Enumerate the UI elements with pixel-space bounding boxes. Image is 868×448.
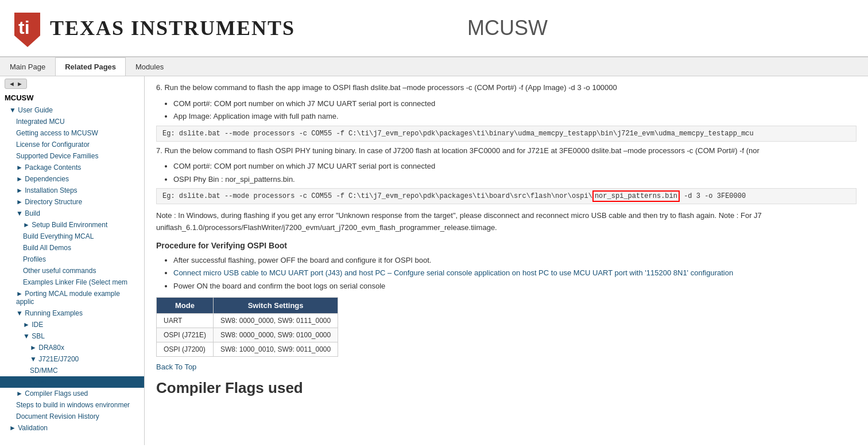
table-cell-switch-1: SW8: 0000_0000, SW9: 0100_0000	[214, 328, 338, 342]
sidebar: ◄ ► MCUSW ▼ User Guide Integrated MCU Ge…	[0, 76, 145, 445]
sidebar-item-running-examples[interactable]: ▼ Running Examples	[0, 307, 144, 319]
tab-modules[interactable]: Modules	[126, 57, 173, 76]
sidebar-item-getting-access[interactable]: Getting access to MCUSW	[0, 127, 144, 139]
sidebar-header: ◄ ►	[0, 76, 144, 91]
table-cell-switch-2: SW8: 1000_0010, SW9: 0011_0000	[214, 342, 338, 357]
table-header-mode: Mode	[157, 298, 214, 314]
sidebar-item-ide[interactable]: ► IDE	[0, 319, 144, 330]
step6-bullets: COM port#: COM port number on which J7 M…	[173, 98, 857, 122]
sidebar-item-validation[interactable]: ► Validation	[0, 422, 144, 434]
table-row: OSPI (J7200) SW8: 1000_0010, SW9: 0011_0…	[157, 342, 338, 357]
step7-code-before: Eg: dslite.bat --mode processors -c COM5…	[162, 192, 592, 200]
step7-bullets: COM port#: COM port number on which J7 M…	[173, 161, 857, 185]
step7-code-after: -d 3 -o 3FE0000	[680, 192, 746, 200]
sidebar-item-dependencies[interactable]: ► Dependencies	[0, 173, 144, 185]
sidebar-item-setup-build[interactable]: ► Setup Build Environment	[0, 219, 144, 231]
product-name: MCUSW	[467, 16, 548, 40]
step6-text: 6. Run the below command to flash the ap…	[156, 82, 857, 94]
sidebar-item-compiler-flags[interactable]: ► Compiler Flags used	[0, 388, 144, 399]
table-row: UART SW8: 0000_0000, SW9: 0111_0000	[157, 314, 338, 328]
sidebar-item-build[interactable]: ▼ Build	[0, 208, 144, 219]
table-cell-mode-1: OSPI (J721E)	[157, 328, 214, 342]
content-area: 6. Run the below command to flash the ap…	[145, 76, 868, 445]
svg-text:ti: ti	[18, 17, 30, 38]
sidebar-item-other-commands[interactable]: Other useful commands	[0, 265, 144, 276]
verify-bullet-3: Power ON the board and confirm the boot …	[173, 281, 857, 292]
sidebar-item-porting[interactable]: ► Porting MCAL module example applic	[0, 288, 144, 307]
step6-bullet-2: App Image: Application image with full p…	[173, 111, 857, 122]
sidebar-item-profiles[interactable]: Profiles	[0, 254, 144, 265]
sidebar-item-examples-linker[interactable]: Examples Linker File (Select mem	[0, 276, 144, 288]
logo-area: ti Texas Instruments	[11, 10, 295, 47]
step7-bullet-2: OSPI Phy Bin : nor_spi_patterns.bin.	[173, 174, 857, 185]
sidebar-item-build-everything[interactable]: Build Everything MCAL	[0, 231, 144, 242]
verify-bullet-2: Connect micro USB cable to MCU UART port…	[173, 267, 857, 279]
verify-heading: Procedure for Verifying OSPI Boot	[156, 241, 857, 250]
sidebar-item-dra80x[interactable]: ► DRA80x	[0, 342, 144, 353]
step7-text: 7. Run the below command to flash OSPI P…	[156, 145, 857, 157]
sidebar-item-sdmmc[interactable]: SD/MMC	[0, 365, 144, 376]
sidebar-item-package-contents[interactable]: ► Package Contents	[0, 162, 144, 173]
table-cell-mode-0: UART	[157, 314, 214, 328]
sidebar-item-sbl[interactable]: ▼ SBL	[0, 330, 144, 342]
sidebar-item-ospi[interactable]: OSPI	[0, 376, 144, 388]
note-text: Note : In Windows, during flashing if yo…	[156, 210, 857, 234]
step6-code: Eg: dslite.bat --mode processors -c COM5…	[156, 126, 857, 142]
table-cell-switch-0: SW8: 0000_0000, SW9: 0111_0000	[214, 314, 338, 328]
verify-bullet-1: After successful flashing, power OFF the…	[173, 255, 857, 266]
table-cell-mode-2: OSPI (J7200)	[157, 342, 214, 357]
sidebar-item-steps-windows[interactable]: Steps to build in windows environmer	[0, 399, 144, 411]
sidebar-item-integrated-mcu[interactable]: Integrated MCU	[0, 116, 144, 127]
compiler-flags-heading: Compiler Flags used	[156, 379, 857, 397]
boot-table: Mode Switch Settings UART SW8: 0000_0000…	[156, 297, 338, 357]
sidebar-item-installation-steps[interactable]: ► Installation Steps	[0, 185, 144, 196]
company-name: Texas Instruments	[50, 16, 295, 40]
header: ti Texas Instruments MCUSW	[0, 0, 868, 57]
tab-related-pages[interactable]: Related Pages	[55, 57, 126, 76]
sidebar-item-supported-devices[interactable]: Supported Device Families	[0, 150, 144, 162]
sidebar-expand-btn[interactable]: ◄ ►	[5, 79, 27, 89]
ti-logo-icon: ti	[11, 10, 43, 47]
step7-code-highlight: nor_spi_patterns.bin	[592, 190, 680, 202]
step6-bullet-1: COM port#: COM port number on which J7 M…	[173, 98, 857, 110]
nav-tabs: Main Page Related Pages Modules	[0, 57, 868, 76]
table-header-switch: Switch Settings	[214, 298, 338, 314]
verify-bullets: After successful flashing, power OFF the…	[173, 255, 857, 292]
sidebar-item-user-guide[interactable]: ▼ User Guide	[0, 104, 144, 116]
tab-main-page[interactable]: Main Page	[0, 57, 55, 76]
step7-code: Eg: dslite.bat --mode processors -c COM5…	[156, 188, 857, 204]
table-row: OSPI (J721E) SW8: 0000_0000, SW9: 0100_0…	[157, 328, 338, 342]
sidebar-item-j721e[interactable]: ▼ J721E/J7200	[0, 353, 144, 365]
sidebar-item-license[interactable]: License for Configurator	[0, 139, 144, 150]
step7-bullet-1: COM port#: COM port number on which J7 M…	[173, 161, 857, 172]
sidebar-item-doc-revision[interactable]: Document Revision History	[0, 411, 144, 422]
main-layout: ◄ ► MCUSW ▼ User Guide Integrated MCU Ge…	[0, 76, 868, 445]
back-to-top-link[interactable]: Back To Top	[156, 363, 857, 371]
sidebar-item-directory-structure[interactable]: ► Directory Structure	[0, 196, 144, 208]
sidebar-item-build-all-demos[interactable]: Build All Demos	[0, 242, 144, 254]
sidebar-item-mcusw[interactable]: MCUSW	[0, 91, 144, 104]
verify-bullet-2-link[interactable]: Connect micro USB cable to MCU UART port…	[173, 268, 733, 277]
